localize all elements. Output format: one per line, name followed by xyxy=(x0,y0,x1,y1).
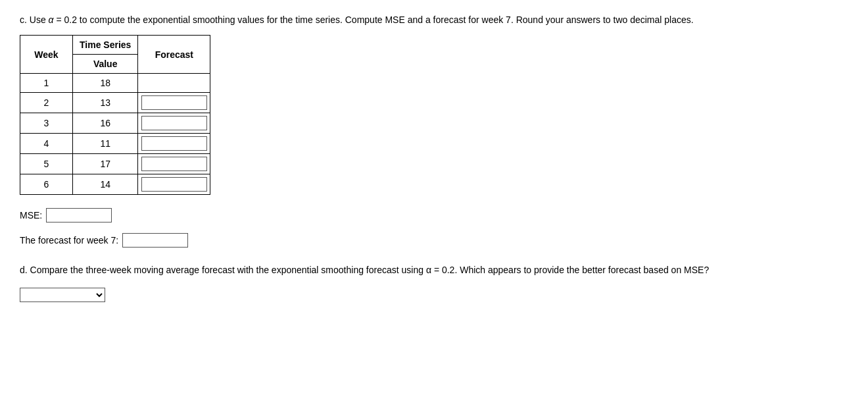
dropdown-row: Three-week moving average Exponential sm… xyxy=(20,288,848,302)
table-row: 3 16 xyxy=(20,113,210,134)
col-header-timeseries-value: Value xyxy=(73,55,138,74)
value-cell: 13 xyxy=(73,93,138,113)
table-row: 6 14 xyxy=(20,174,210,195)
value-cell: 18 xyxy=(73,74,138,93)
week-cell: 5 xyxy=(20,154,73,174)
forecast-cell-6 xyxy=(138,174,210,195)
week-cell: 1 xyxy=(20,74,73,93)
col-header-timeseries: Time Series xyxy=(73,36,138,55)
forecast-input-5[interactable] xyxy=(141,157,207,171)
col-header-week: Week xyxy=(20,36,73,74)
mse-row: MSE: xyxy=(20,208,848,223)
mse-input[interactable] xyxy=(46,208,112,223)
table-row: 4 11 xyxy=(20,134,210,154)
question-c-text: c. Use α = 0.2 to compute the exponentia… xyxy=(20,13,848,27)
value-cell: 14 xyxy=(73,174,138,195)
question-d: d. Compare the three-week moving average… xyxy=(20,263,848,277)
value-cell: 16 xyxy=(73,113,138,134)
forecast-input-2[interactable] xyxy=(141,95,207,110)
question-c: c. Use α = 0.2 to compute the exponentia… xyxy=(20,13,848,248)
forecast-cell-5 xyxy=(138,154,210,174)
week-cell: 4 xyxy=(20,134,73,154)
better-forecast-dropdown[interactable]: Three-week moving average Exponential sm… xyxy=(20,288,105,302)
forecast-input-4[interactable] xyxy=(141,136,207,151)
forecast-input-3[interactable] xyxy=(141,116,207,130)
forecast-input-6[interactable] xyxy=(141,177,207,192)
forecast-cell-2 xyxy=(138,93,210,113)
week-cell: 6 xyxy=(20,174,73,195)
value-cell: 17 xyxy=(73,154,138,174)
forecast-table: Week Time Series Forecast Value 1 18 xyxy=(20,35,210,195)
table-row: 2 13 xyxy=(20,93,210,113)
forecast-week-row: The forecast for week 7: xyxy=(20,233,848,248)
question-c-label: c. Use α = 0.2 to compute the exponentia… xyxy=(20,14,694,25)
forecast-cell-1 xyxy=(138,74,210,93)
week-cell: 2 xyxy=(20,93,73,113)
col-header-forecast: Forecast xyxy=(138,36,210,74)
forecast-week7-input[interactable] xyxy=(122,233,188,248)
forecast-week-label: The forecast for week 7: xyxy=(20,235,118,246)
table-row: 5 17 xyxy=(20,154,210,174)
question-d-text: d. Compare the three-week moving average… xyxy=(20,263,848,277)
week-cell: 3 xyxy=(20,113,73,134)
forecast-cell-3 xyxy=(138,113,210,134)
value-cell: 11 xyxy=(73,134,138,154)
forecast-cell-4 xyxy=(138,134,210,154)
table-row: 1 18 xyxy=(20,74,210,93)
mse-label: MSE: xyxy=(20,210,42,221)
